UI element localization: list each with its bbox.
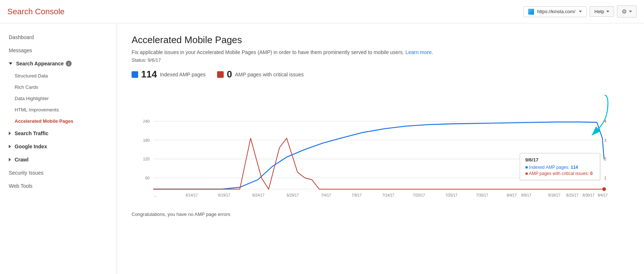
chart-legend: 114 Indexed AMP pages 0 AMP pages with c… bbox=[132, 69, 629, 80]
layout: Dashboard Messages Search Appearance i S… bbox=[0, 23, 644, 274]
sidebar-item-security-issues[interactable]: Security Issues bbox=[0, 166, 117, 179]
tooltip-blue-value: 114 bbox=[571, 165, 578, 170]
svg-text:6/24/17: 6/24/17 bbox=[253, 193, 265, 197]
help-button[interactable]: Help bbox=[590, 6, 614, 17]
sidebar-item-dashboard[interactable]: Dashboard bbox=[0, 31, 117, 44]
critical-label: AMP pages with critical issues bbox=[235, 72, 304, 77]
site-icon bbox=[528, 9, 534, 15]
tooltip-red-value: 0 bbox=[590, 171, 593, 176]
sidebar: Dashboard Messages Search Appearance i S… bbox=[0, 23, 117, 274]
svg-text:240: 240 bbox=[143, 119, 149, 123]
header-controls: https://kinsta.com/ Help ⚙ bbox=[523, 5, 637, 18]
main-content: Accelerated Mobile Pages Fix applicable … bbox=[117, 23, 644, 274]
svg-text:7/9/17: 7/9/17 bbox=[352, 193, 362, 197]
help-chevron-icon bbox=[606, 11, 609, 12]
learn-more-link[interactable]: Learn more. bbox=[405, 49, 433, 55]
svg-text:8/9/17: 8/9/17 bbox=[521, 193, 531, 197]
search-traffic-arrow-icon bbox=[9, 132, 11, 135]
tooltip-red-label: ■ bbox=[525, 171, 529, 176]
tooltip-blue-text: Indexed AMP pages: bbox=[529, 165, 570, 170]
legend-item-critical: 0 AMP pages with critical issues bbox=[217, 69, 304, 80]
site-url-label: https://kinsta.com/ bbox=[537, 9, 575, 14]
help-label: Help bbox=[594, 9, 604, 14]
svg-text:6/29/17: 6/29/17 bbox=[287, 193, 299, 197]
chart-svg: 240 180 120 60 1 2 3 4 ... 6/14/17 6/19/… bbox=[132, 87, 629, 204]
indexed-count: 114 bbox=[141, 69, 157, 80]
sidebar-item-html-improvements[interactable]: HTML Improvements bbox=[0, 104, 117, 115]
settings-button[interactable]: ⚙ bbox=[617, 5, 637, 18]
svg-text:60: 60 bbox=[145, 176, 149, 180]
info-icon: i bbox=[66, 61, 72, 66]
indexed-label: Indexed AMP pages bbox=[160, 72, 205, 77]
tooltip-date: 9/6/17 bbox=[525, 157, 595, 163]
svg-point-31 bbox=[602, 187, 606, 191]
svg-text:1: 1 bbox=[604, 176, 606, 180]
sidebar-section-google-index[interactable]: Google Index bbox=[0, 140, 117, 153]
sidebar-section-search-appearance[interactable]: Search Appearance i bbox=[0, 57, 117, 70]
svg-text:7/25/17: 7/25/17 bbox=[446, 193, 458, 197]
svg-text:9/4/17: 9/4/17 bbox=[598, 193, 608, 197]
settings-chevron-icon bbox=[629, 11, 632, 12]
sidebar-item-rich-cards[interactable]: Rich Cards bbox=[0, 81, 117, 93]
site-selector-button[interactable]: https://kinsta.com/ bbox=[523, 6, 587, 17]
svg-text:8/30/17: 8/30/17 bbox=[583, 193, 595, 197]
svg-text:3: 3 bbox=[604, 138, 606, 142]
search-appearance-arrow-icon bbox=[9, 62, 12, 65]
sidebar-item-web-tools[interactable]: Web Tools bbox=[0, 179, 117, 193]
critical-count: 0 bbox=[227, 69, 232, 80]
sidebar-section-search-traffic[interactable]: Search Traffic bbox=[0, 127, 117, 140]
header: Search Console https://kinsta.com/ Help … bbox=[0, 0, 644, 23]
page-description: Fix applicable issues in your Accelerate… bbox=[132, 49, 629, 55]
google-index-arrow-icon bbox=[9, 145, 11, 148]
app-logo: Search Console bbox=[7, 7, 65, 16]
teal-arrow-icon bbox=[586, 91, 611, 135]
svg-text:180: 180 bbox=[143, 138, 149, 142]
chart-container: 240 180 120 60 1 2 3 4 ... 6/14/17 6/19/… bbox=[132, 87, 629, 204]
site-selector-chevron-icon bbox=[579, 11, 582, 12]
svg-text:6/14/17: 6/14/17 bbox=[186, 193, 198, 197]
page-title: Accelerated Mobile Pages bbox=[132, 34, 629, 46]
page-description-text: Fix applicable issues in your Accelerate… bbox=[132, 49, 404, 55]
sidebar-item-structured-data[interactable]: Structured Data bbox=[0, 70, 117, 81]
sidebar-section-crawl[interactable]: Crawl bbox=[0, 153, 117, 166]
sidebar-item-data-highlighter[interactable]: Data Highlighter bbox=[0, 93, 117, 104]
svg-text:120: 120 bbox=[143, 157, 149, 161]
svg-text:7/30/17: 7/30/17 bbox=[476, 193, 488, 197]
svg-text:8/18/17: 8/18/17 bbox=[548, 193, 560, 197]
svg-text:...: ... bbox=[154, 193, 157, 197]
congratulations-message: Congratulations, you have no AMP page er… bbox=[132, 212, 629, 217]
svg-text:8/25/17: 8/25/17 bbox=[566, 193, 578, 197]
legend-item-indexed: 114 Indexed AMP pages bbox=[132, 69, 205, 80]
crawl-arrow-icon bbox=[9, 158, 11, 161]
chart-tooltip: 9/6/17 ■ Indexed AMP pages: 114 ■ AMP pa… bbox=[520, 153, 600, 180]
svg-text:7/20/17: 7/20/17 bbox=[413, 193, 425, 197]
sidebar-item-messages[interactable]: Messages bbox=[0, 44, 117, 57]
svg-text:6/19/17: 6/19/17 bbox=[218, 193, 230, 197]
tooltip-red-text: AMP pages with critical issues: bbox=[529, 171, 589, 176]
sidebar-item-amp[interactable]: Accelerated Mobile Pages bbox=[0, 115, 117, 127]
tooltip-red-line: ■ AMP pages with critical issues: 0 bbox=[525, 171, 595, 176]
status-line: Status: 9/6/17 bbox=[132, 57, 629, 63]
gear-icon: ⚙ bbox=[622, 8, 627, 15]
tooltip-blue-line: ■ Indexed AMP pages: 114 bbox=[525, 165, 595, 170]
legend-red-box bbox=[217, 71, 224, 78]
tooltip-blue-label: ■ bbox=[525, 165, 529, 170]
svg-text:7/4/17: 7/4/17 bbox=[321, 193, 331, 197]
svg-text:7/14/17: 7/14/17 bbox=[382, 193, 394, 197]
legend-blue-box bbox=[132, 71, 138, 78]
svg-text:8/4/17: 8/4/17 bbox=[507, 193, 517, 197]
